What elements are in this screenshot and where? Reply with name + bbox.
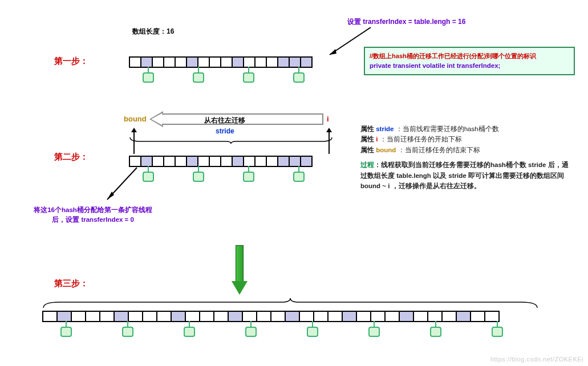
step3-label: 第三步： bbox=[54, 278, 88, 289]
arrow-to-split-text bbox=[103, 166, 148, 206]
hash-cell bbox=[172, 312, 186, 321]
hash-cell bbox=[267, 58, 278, 67]
hash-cell bbox=[290, 58, 301, 67]
hash-cell bbox=[200, 312, 214, 321]
hash-cell bbox=[187, 58, 198, 67]
bucket-stem bbox=[250, 321, 252, 327]
hash-cell bbox=[278, 157, 290, 166]
hash-cell bbox=[414, 312, 428, 321]
hash-cell bbox=[153, 157, 164, 166]
hash-cell bbox=[471, 312, 485, 321]
hash-cell bbox=[153, 58, 164, 67]
i-arrow-head bbox=[326, 128, 332, 132]
hash-cell bbox=[357, 312, 371, 321]
bucket-node bbox=[293, 172, 305, 182]
hash-cell bbox=[221, 157, 233, 166]
hash-cell bbox=[210, 58, 221, 67]
hash-cell bbox=[290, 157, 301, 166]
watermark: https://blog.csdn.net/ZOKEKEi bbox=[490, 356, 583, 363]
hash-cell bbox=[428, 312, 443, 321]
svg-marker-1 bbox=[330, 49, 336, 55]
code-declaration: private transient volatile int transferI… bbox=[370, 61, 569, 71]
bucket-node bbox=[430, 327, 441, 337]
hash-cell bbox=[233, 157, 244, 166]
hash-cell bbox=[141, 58, 153, 67]
bucket-stem bbox=[248, 166, 249, 172]
array-length-label: 数组长度：16 bbox=[132, 27, 174, 36]
bucket-node bbox=[243, 172, 254, 182]
bound-arrow-head bbox=[131, 128, 137, 132]
hash-cell bbox=[214, 312, 229, 321]
hash-cell bbox=[157, 312, 172, 321]
stride-label: stride bbox=[216, 127, 234, 135]
hash-cell bbox=[141, 157, 153, 166]
hash-cell bbox=[176, 58, 187, 67]
hash-cell bbox=[210, 157, 221, 166]
bucket-stem bbox=[374, 321, 375, 327]
hash-cell bbox=[164, 58, 176, 67]
hash-cell bbox=[314, 312, 329, 321]
hash-cell bbox=[143, 312, 157, 321]
hash-cell bbox=[301, 58, 313, 67]
hash-cell bbox=[271, 312, 286, 321]
hash-cell bbox=[256, 58, 267, 67]
bucket-stem bbox=[435, 321, 436, 327]
hash-cell bbox=[257, 312, 271, 321]
hash-cell bbox=[198, 157, 210, 166]
code-box: //数组上hash桶的迁移工作已经进行(分配)到哪个位置的标识 private … bbox=[364, 47, 575, 75]
hash-cell bbox=[278, 58, 290, 67]
step1-hash-table bbox=[129, 56, 313, 68]
hash-cell bbox=[100, 312, 115, 321]
hash-cell bbox=[130, 157, 141, 166]
step2-description: 属性 stride ：当前线程需要迁移的hash桶个数 属性 i ：当前迁移任务… bbox=[360, 124, 571, 191]
hash-cell bbox=[267, 157, 278, 166]
code-comment: //数组上hash桶的迁移工作已经进行(分配)到哪个位置的标识 bbox=[370, 51, 569, 61]
hash-cell bbox=[186, 312, 200, 321]
hash-cell bbox=[386, 312, 400, 321]
hash-cell bbox=[176, 157, 187, 166]
hash-cell bbox=[43, 312, 58, 321]
down-arrow-icon bbox=[232, 245, 248, 295]
hash-cell bbox=[485, 312, 500, 321]
bucket-node bbox=[307, 327, 318, 337]
hash-cell bbox=[400, 312, 414, 321]
bucket-node bbox=[193, 72, 204, 83]
hash-cell bbox=[86, 312, 100, 321]
step2-label: 第二步： bbox=[54, 152, 88, 162]
hash-cell bbox=[164, 157, 176, 166]
bucket-stem bbox=[198, 67, 199, 72]
hash-cell bbox=[300, 312, 314, 321]
hash-cell bbox=[115, 312, 129, 321]
bucket-stem bbox=[148, 67, 149, 72]
bucket-stem bbox=[248, 67, 249, 72]
step1-label: 第一步： bbox=[54, 56, 88, 67]
stride-brace bbox=[129, 137, 333, 144]
bucket-stem bbox=[189, 321, 190, 327]
bucket-node bbox=[60, 327, 72, 337]
bucket-node bbox=[243, 72, 254, 83]
bucket-stem bbox=[198, 166, 199, 172]
bucket-node bbox=[368, 327, 380, 337]
i-label: i bbox=[327, 115, 329, 123]
migrate-direction-label: 从右往左迁移 bbox=[204, 116, 245, 125]
bucket-stem bbox=[127, 321, 128, 327]
hash-cell bbox=[244, 58, 256, 67]
hash-cell bbox=[229, 312, 243, 321]
bucket-node bbox=[143, 72, 154, 83]
hash-cell bbox=[187, 157, 198, 166]
bucket-node bbox=[245, 327, 257, 337]
hash-cell bbox=[457, 312, 471, 321]
step3-brace bbox=[42, 298, 538, 309]
step3-hash-table bbox=[42, 311, 500, 322]
hash-cell bbox=[244, 157, 256, 166]
bucket-node bbox=[193, 172, 204, 182]
bucket-stem bbox=[298, 166, 299, 172]
hash-cell bbox=[221, 58, 233, 67]
bound-label: bound bbox=[124, 115, 147, 123]
split-transfer-index-text: 将这16个hash桶分配给第一条扩容线程 后，设置 transferIndex … bbox=[27, 205, 159, 225]
hash-cell bbox=[329, 312, 343, 321]
hash-cell bbox=[301, 157, 313, 166]
bucket-stem bbox=[497, 321, 498, 327]
hash-cell bbox=[198, 58, 210, 67]
hash-cell bbox=[58, 312, 72, 321]
